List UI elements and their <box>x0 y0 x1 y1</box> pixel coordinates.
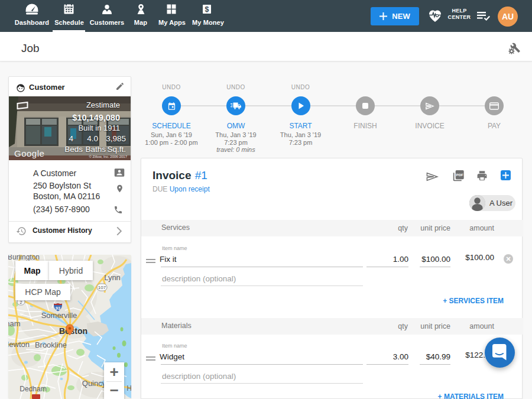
svg-text:Newton: Newton <box>8 340 30 349</box>
svg-text:Lynn: Lynn <box>104 273 121 282</box>
svg-text:Brookline: Brookline <box>35 340 67 349</box>
svg-text:Dedham: Dedham <box>20 385 46 393</box>
svg-text:Somerville: Somerville <box>41 311 77 320</box>
svg-text:93: 93 <box>56 306 60 310</box>
svg-text:Hi: Hi <box>126 384 131 392</box>
svg-text:PDF: PDF <box>456 173 463 177</box>
svg-text:ham: ham <box>8 319 21 328</box>
svg-text:107: 107 <box>98 285 106 290</box>
svg-text:Quincy: Quincy <box>82 379 106 388</box>
svg-text:$: $ <box>205 5 209 14</box>
